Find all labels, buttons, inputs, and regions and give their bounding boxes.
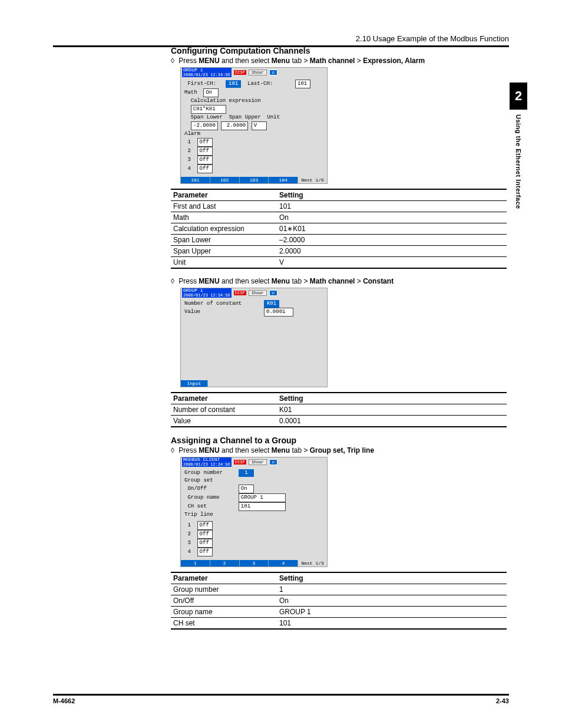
table-row: MathOn <box>171 212 507 223</box>
key-icon: ⌕ <box>269 290 277 296</box>
dev3-footer-next[interactable]: Next 1/3 <box>298 560 327 566</box>
dev3-footer-3[interactable]: 3 <box>240 560 269 566</box>
table-row: Group number1 <box>171 584 507 595</box>
trip3-field[interactable]: Off <box>197 539 213 548</box>
dev1-footer-102[interactable]: 102 <box>210 177 240 183</box>
table-row: Number of constantK01 <box>171 404 507 416</box>
alarm1-field[interactable]: Off <box>197 138 213 147</box>
dev2-group: GROUP 12008/01/23 12:34:56 <box>182 288 232 298</box>
page-number: 2-43 <box>496 697 509 704</box>
chapter-tab: 2 Using the Ethernet Interface <box>509 83 528 209</box>
table-row: Group nameGROUP 1 <box>171 607 507 618</box>
unit-field[interactable]: V <box>252 121 267 130</box>
last-ch-field[interactable]: 101 <box>295 80 310 88</box>
alarm2-field[interactable]: Off <box>197 147 213 156</box>
params-table-1: ParameterSetting First and Last101 MathO… <box>171 189 507 269</box>
span-upper-field[interactable]: 2.0000 <box>221 121 248 130</box>
params-table-2: ParameterSetting Number of constantK01 V… <box>171 392 507 427</box>
dev3-footer-1[interactable]: 1 <box>181 560 210 566</box>
group-number-field[interactable]: 1 <box>239 469 254 477</box>
disp-icon: DISP <box>234 291 246 295</box>
top-rule <box>53 45 509 47</box>
section3-instruction: ◊ Press MENU and then select Menu tab > … <box>171 446 507 454</box>
chapter-title-vertical: Using the Ethernet Interface <box>515 114 522 209</box>
running-head: 2.10 Usage Example of the Modbus Functio… <box>53 34 509 45</box>
device-screenshot-3: MODBUS CLIENT2008/01/23 12:34:56 DISP 1h… <box>180 457 328 567</box>
alarm3-field[interactable]: Off <box>197 156 213 164</box>
chapter-number: 2 <box>510 83 527 110</box>
device-screenshot-2: GROUP 12008/01/23 12:34:56 DISP 1hour ⌕ … <box>180 288 328 387</box>
dev1-footer-104[interactable]: 104 <box>269 177 298 183</box>
disp-icon: DISP <box>234 70 246 75</box>
constant-value-field[interactable]: 0.0001 <box>264 308 293 317</box>
diamond-icon: ◊ <box>171 57 174 65</box>
table-row: CH set101 <box>171 618 507 630</box>
page-footer: M-4662 2-43 <box>53 694 509 704</box>
trip2-field[interactable]: Off <box>197 530 213 539</box>
first-ch-field[interactable]: 101 <box>226 80 241 88</box>
diamond-icon: ◊ <box>171 446 174 454</box>
calc-expression-field[interactable]: C01*K01 <box>191 105 226 114</box>
trip4-field[interactable]: Off <box>197 548 213 556</box>
table-row: First and Last101 <box>171 201 507 212</box>
params-table-3: ParameterSetting Group number1 On/OffOn … <box>171 572 507 630</box>
table-row: Value0.0001 <box>171 416 507 427</box>
disp-icon: DISP <box>234 460 246 465</box>
timebar-button[interactable]: 1hour <box>249 459 267 465</box>
section3-title: Assigning a Channel to a Group <box>171 436 507 445</box>
dev3-footer-4[interactable]: 4 <box>269 560 298 566</box>
ch-set-field[interactable]: 101 <box>239 502 286 511</box>
section1-title: Configuring Computation Channels <box>171 46 507 55</box>
doc-id: M-4662 <box>53 697 75 704</box>
table-row: Span Upper2.0000 <box>171 246 507 257</box>
alarm4-field[interactable]: Off <box>197 164 213 173</box>
dev3-group: MODBUS CLIENT2008/01/23 12:34:56 <box>182 457 232 467</box>
num-constant-field[interactable]: K01 <box>264 300 279 308</box>
dev1-footer-103[interactable]: 103 <box>240 177 269 183</box>
table-row: Calculation expression01∗K01 <box>171 223 507 235</box>
dev1-group: GROUP 12008/01/23 12:34:56 <box>182 68 232 77</box>
math-field[interactable]: On <box>203 88 219 97</box>
span-lower-field[interactable]: -2.0000 <box>191 121 218 130</box>
onoff-field[interactable]: On <box>239 485 254 493</box>
table-row: On/OffOn <box>171 595 507 607</box>
key-icon: ⌕ <box>269 459 277 465</box>
table-row: Span Lower–2.0000 <box>171 235 507 246</box>
timebar-button[interactable]: 1hour <box>249 70 267 75</box>
trip1-field[interactable]: Off <box>197 521 213 530</box>
section2-instruction: ◊ Press MENU and then select Menu tab > … <box>171 277 507 285</box>
section1-instruction: ◊ Press MENU and then select Menu tab > … <box>171 57 507 65</box>
dev1-footer-next[interactable]: Next 1/6 <box>298 177 327 183</box>
diamond-icon: ◊ <box>171 277 174 285</box>
group-name-field[interactable]: GROUP 1 <box>239 493 286 502</box>
key-icon: ⌕ <box>269 70 277 75</box>
dev2-footer-input[interactable]: Input <box>181 380 208 387</box>
dev3-footer-2[interactable]: 2 <box>210 560 240 566</box>
device-screenshot-1: GROUP 12008/01/23 12:34:56 DISP 1hour ⌕ … <box>180 67 328 184</box>
timebar-button[interactable]: 1hour <box>249 290 267 296</box>
dev1-footer-101[interactable]: 101 <box>181 177 210 183</box>
table-row: UnitV <box>171 257 507 269</box>
